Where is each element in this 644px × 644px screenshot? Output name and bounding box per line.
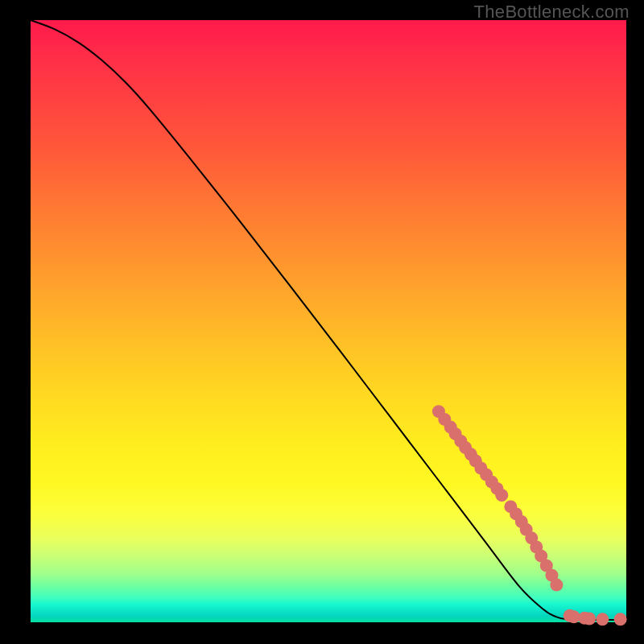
data-marker xyxy=(495,489,508,502)
chart-svg xyxy=(31,20,626,622)
data-marker xyxy=(550,579,563,592)
curve-markers xyxy=(432,405,627,625)
plot-area xyxy=(31,20,626,622)
curve-line xyxy=(31,20,626,620)
data-marker xyxy=(614,613,627,625)
data-marker xyxy=(596,613,609,625)
watermark-text: TheBottleneck.com xyxy=(474,2,630,23)
chart-frame: TheBottleneck.com xyxy=(0,0,644,644)
data-marker xyxy=(583,613,596,625)
